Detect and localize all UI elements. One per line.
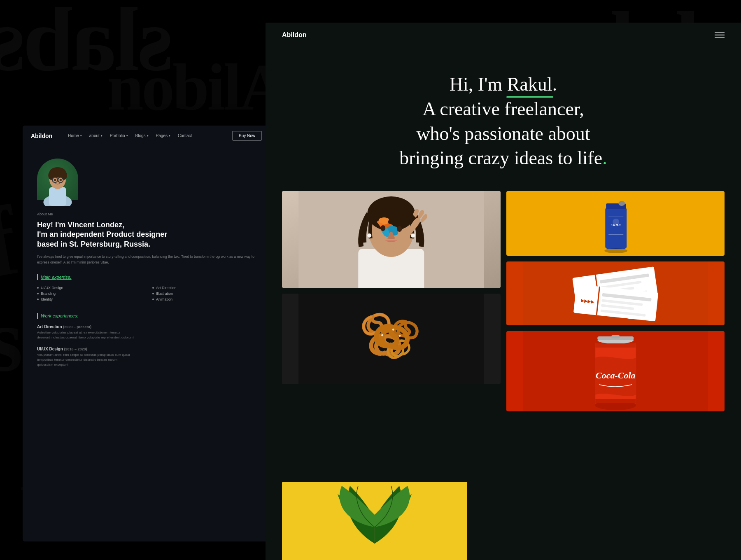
svg-rect-56 [611, 335, 620, 338]
blogs-arrow: ▾ [147, 134, 149, 138]
svg-point-10 [54, 179, 56, 181]
hero-line-3: who's passionate about [416, 123, 590, 144]
svg-rect-32 [608, 234, 623, 235]
svg-point-6 [61, 171, 67, 180]
hero-section: Hi, I'm Rakul. A creative freelancer, wh… [266, 47, 741, 191]
nav-blogs[interactable]: Blogs ▾ [132, 132, 152, 140]
svg-point-20 [367, 233, 371, 238]
exp-year-1: (2020 – present) [63, 325, 91, 329]
pages-arrow: ▾ [169, 134, 170, 138]
cola-svg: Coca-Cola [506, 331, 725, 411]
hero-name: Rakul [507, 72, 552, 97]
woman-svg [282, 191, 501, 288]
hero-line-2: A creative freelancer, [422, 98, 584, 119]
exp-role-2: UI/UX Design (2016 – 2020) [37, 347, 255, 351]
left-screenshot-panel: Abildon Home ▾ about ▾ Portfolio ▾ Blogs… [23, 126, 270, 541]
portfolio-right-col: F.A.M.T. [506, 191, 725, 411]
expertise-uiux: UI/UX Design [37, 286, 140, 290]
right-nav: Abildon [266, 23, 741, 47]
svg-rect-60 [595, 399, 636, 403]
nav-pages[interactable]: Pages ▾ [153, 132, 174, 140]
svg-rect-1 [49, 187, 66, 206]
about-arrow: ▾ [101, 134, 103, 138]
dot-2 [152, 287, 154, 289]
expertise-animation-label: Animation [156, 297, 172, 301]
exp-year-2: (2016 – 2020) [64, 347, 87, 351]
watermark-4: s [0, 288, 21, 392]
exp-item-2: UI/UX Design (2016 – 2020) Voluptatum an… [37, 347, 255, 367]
expertise-title-text: Main expertise: [41, 275, 72, 280]
expertise-illustration-label: Illustration [156, 292, 173, 296]
plant-svg [282, 482, 467, 560]
portfolio-pretzel[interactable] [282, 294, 501, 384]
exp-role-1: Art Direction (2020 – present) [37, 324, 255, 329]
person-illustration [39, 163, 76, 206]
portfolio-ticket[interactable]: ▶▶▶▶ ▶▶▶▶ [506, 261, 725, 325]
expertise-uiux-label: UI/UX Design [41, 286, 63, 290]
expertise-branding-label: Branding [41, 292, 56, 296]
avatar-wrap [37, 159, 78, 204]
experience-title-text: Work experiances: [41, 313, 78, 318]
portfolio-arrow: ▾ [126, 134, 128, 138]
svg-rect-27 [605, 208, 627, 249]
watermark-1: slabs [0, 0, 173, 92]
left-content: About Me Hey! I'm Vincent Londez, I'm an… [23, 146, 270, 386]
portfolio-grid: F.A.M.T. [266, 191, 741, 411]
svg-rect-22 [298, 294, 484, 384]
about-heading: Hey! I'm Vincent Londez, I'm an independ… [37, 220, 255, 249]
pretzel-svg [282, 294, 501, 384]
hero-line-4: bringing crazy ideas to life. [399, 147, 607, 168]
dot-6 [152, 299, 154, 300]
avatar-image [37, 159, 78, 206]
nav-portfolio[interactable]: Portfolio ▾ [107, 132, 131, 140]
about-me-label: About Me [37, 212, 255, 216]
expertise-grid: UI/UX Design Art Direction Branding Illu… [37, 286, 255, 301]
expertise-identity-label: Identity [41, 297, 53, 301]
expertise-artdir-label: Art Direction [156, 286, 177, 290]
svg-point-33 [613, 219, 619, 225]
woman-image [282, 191, 501, 288]
portfolio-plant[interactable] [282, 482, 467, 560]
left-nav-links: Home ▾ about ▾ Portfolio ▾ Blogs ▾ Pages… [65, 132, 233, 140]
svg-point-34 [604, 248, 627, 253]
portfolio-left-col [282, 191, 501, 411]
portfolio-cola[interactable]: Coca-Cola [506, 331, 725, 411]
hamburger-menu[interactable] [715, 32, 725, 38]
expertise-identity: Identity [37, 297, 140, 301]
portfolio-woman[interactable] [282, 191, 501, 288]
watermark-2: nobilA [107, 49, 285, 126]
svg-point-18 [380, 225, 385, 231]
hamburger-line-3 [715, 37, 725, 38]
dot-1 [37, 287, 39, 289]
section-bar-2 [37, 313, 38, 319]
exp-desc-1: Aolestiae voluptates placeat at, ex exer… [37, 330, 255, 340]
home-arrow: ▾ [80, 134, 82, 138]
lighter-svg: F.A.M.T. [506, 191, 725, 256]
right-screenshot-panel: Abildon Hi, I'm Rakul. A creative freela… [266, 23, 741, 560]
exp-item-1: Art Direction (2020 – present) Aolestiae… [37, 324, 255, 340]
hamburger-line-1 [715, 32, 725, 33]
svg-point-21 [411, 233, 415, 238]
watermark-3: f [0, 184, 24, 301]
portfolio-lighter[interactable]: F.A.M.T. [506, 191, 725, 256]
expertise-artdir: Art Direction [152, 286, 255, 290]
nav-contact[interactable]: Contact [175, 132, 195, 140]
svg-rect-59 [595, 343, 636, 348]
svg-point-11 [60, 179, 62, 181]
svg-text:Coca-Cola: Coca-Cola [595, 370, 635, 380]
nav-about[interactable]: about ▾ [86, 132, 106, 140]
right-logo: Abildon [282, 31, 307, 39]
dot-3 [37, 293, 39, 294]
buy-now-button[interactable]: Buy Now [233, 131, 261, 140]
hero-title: Hi, I'm Rakul. A creative freelancer, wh… [282, 72, 725, 170]
nav-home[interactable]: Home ▾ [65, 132, 85, 140]
dot-5 [37, 299, 39, 300]
expertise-illustration: Illustration [152, 292, 255, 296]
exp-desc-2: Voluptatum animi rem saepe ab delectus p… [37, 352, 255, 367]
left-logo: Abildon [31, 133, 52, 139]
expertise-section-title: Main expertise: [37, 274, 255, 280]
expertise-branding: Branding [37, 292, 140, 296]
svg-rect-31 [608, 217, 623, 217]
svg-point-5 [48, 171, 54, 180]
hamburger-line-2 [715, 35, 725, 35]
